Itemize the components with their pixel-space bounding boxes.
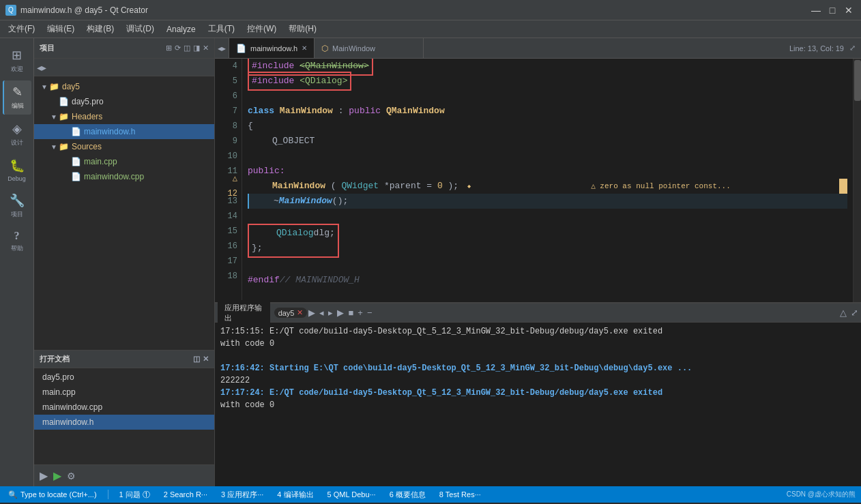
sync-icon[interactable]: ⟳ — [175, 44, 181, 53]
code-line-5: #include <QDialog> — [248, 74, 847, 89]
maximize-button[interactable]: □ — [826, 3, 839, 17]
menu-controls[interactable]: 控件(W) — [242, 22, 282, 36]
menu-build[interactable]: 构建(B) — [81, 22, 119, 36]
status-qml[interactable]: 5 QML Debu··· — [325, 490, 379, 499]
ln-18: 18 — [219, 269, 237, 284]
open-docs-icon-2[interactable]: ✕ — [203, 355, 209, 364]
sidebar-item-edit[interactable]: ✎ 编辑 — [3, 80, 31, 115]
status-issues[interactable]: 1 问题 ① — [117, 490, 153, 500]
tab-close-mainwindow-h[interactable]: ✕ — [302, 44, 307, 52]
open-doc-mainwindow-cpp[interactable]: mainwindow.cpp — [34, 400, 214, 415]
output-float[interactable]: ⤢ — [851, 308, 858, 318]
window-title: mainwindow.h @ day5 - Qt Creator — [20, 5, 148, 15]
play-green-button[interactable]: ▶ — [40, 469, 48, 482]
tree-item-main-cpp[interactable]: 📄 main.cpp — [34, 154, 214, 169]
nav-forward[interactable]: ▸ — [42, 62, 46, 73]
editor-scrollbar[interactable] — [853, 59, 861, 302]
position-info: Line: 13, Col: 19 — [789, 44, 844, 53]
open-docs-icon-1[interactable]: ◫ — [193, 355, 200, 364]
play-button[interactable]: ▶ — [53, 469, 61, 482]
welcome-icon: ⊞ — [12, 48, 22, 63]
output-play2[interactable]: ▶ — [337, 308, 344, 318]
output-run-icon[interactable]: ▶ — [308, 308, 315, 318]
menu-debug[interactable]: 调试(D) — [121, 22, 160, 36]
tree-arrow-day5: ▼ — [40, 83, 49, 91]
ln-4: 4 — [219, 59, 237, 74]
tab-icon-class: ⬡ — [321, 44, 328, 53]
close-tree-icon[interactable]: ✕ — [203, 44, 209, 53]
status-overview[interactable]: 6 概要信息 — [387, 490, 428, 500]
output-line-2: with code 0 — [220, 338, 856, 350]
code-line-16: }; — [252, 241, 335, 256]
status-search-results[interactable]: 2 Search R··· — [161, 490, 210, 499]
status-compile[interactable]: 4 编译输出 — [274, 490, 316, 500]
menu-file[interactable]: 文件(F) — [3, 22, 40, 36]
sidebar-item-design[interactable]: ◈ 设计 — [3, 117, 31, 151]
nav-back[interactable]: ◂ — [37, 62, 42, 73]
badge-close[interactable]: ✕ — [297, 308, 303, 317]
tab-mainwindow-h[interactable]: 📄 mainwindow.h ✕ — [229, 38, 315, 58]
tree-label-mainwindow-cpp: mainwindow.cpp — [84, 172, 144, 181]
code-content[interactable]: #include <QMainWindow> #include <QDialog… — [242, 59, 853, 302]
warning-marker — [839, 179, 847, 194]
file-tree-panel: 项目 ⊞ ⟳ ◫ ◨ ✕ ◂ ▸ ▼ 📁 day5 — [34, 38, 215, 486]
sidebar-item-project[interactable]: 🔧 项目 — [3, 189, 31, 223]
open-doc-main-cpp[interactable]: main.cpp — [34, 385, 214, 400]
warning-annotation: △ zero as null pointer const... — [591, 179, 731, 194]
output-remove[interactable]: − — [367, 308, 373, 318]
status-search[interactable]: 🔍 Type to locate (Ctrl+...) — [5, 490, 100, 499]
menu-tools[interactable]: 工具(T) — [203, 22, 240, 36]
output-nav-fwd[interactable]: ▸ — [328, 308, 333, 318]
expand-icon[interactable]: ◨ — [193, 44, 200, 53]
file-tree-header-icons: ⊞ ⟳ ◫ ◨ ✕ — [166, 44, 209, 53]
search-label: Type to locate (Ctrl+...) — [20, 490, 97, 499]
sidebar-item-help[interactable]: ? 帮助 — [3, 226, 31, 257]
tree-item-mainwindow-h[interactable]: 📄 mainwindow.h — [34, 124, 214, 139]
menu-edit[interactable]: 编辑(E) — [42, 22, 80, 36]
code-line-8: { — [248, 119, 847, 134]
cpp-icon-main: 📄 — [71, 157, 81, 166]
collapse-icon[interactable]: ◫ — [184, 44, 190, 53]
settings-button[interactable]: ⚙ — [67, 471, 76, 481]
filter-icon[interactable]: ⊞ — [166, 44, 172, 53]
playback-controls: ▶ ▶ ⚙ — [34, 464, 214, 486]
test-label: 8 Test Res··· — [439, 490, 481, 499]
tree-item-mainwindow-cpp[interactable]: 📄 mainwindow.cpp — [34, 169, 214, 184]
output-line-3 — [220, 350, 856, 362]
output-stop[interactable]: ■ — [348, 308, 353, 318]
output-nav-back[interactable]: ◂ — [319, 308, 324, 318]
open-doc-day5-pro[interactable]: day5.pro — [34, 370, 214, 385]
tree-item-day5-pro[interactable]: 📄 day5.pro — [34, 94, 214, 109]
output-expand[interactable]: △ — [840, 308, 847, 318]
tab-app-output[interactable]: 应用程序输出 — [218, 300, 270, 326]
app-output-badge: day5 ✕ — [274, 308, 308, 318]
status-app-output[interactable]: 3 应用程序··· — [218, 490, 266, 500]
close-button[interactable]: ✕ — [842, 3, 856, 17]
open-doc-mainwindow-h[interactable]: mainwindow.h — [34, 415, 214, 430]
design-icon: ◈ — [12, 121, 22, 136]
open-docs-title: 打开文档 — [40, 354, 70, 364]
output-add[interactable]: + — [357, 308, 363, 318]
sidebar-item-welcome[interactable]: ⊞ 欢迎 — [3, 44, 31, 78]
minimize-button[interactable]: — — [809, 3, 823, 17]
expand-icon-editor[interactable]: ⤢ — [849, 44, 856, 53]
editor-area: ◂ ▸ 📄 mainwindow.h ✕ ⬡ MainWindow Line: … — [215, 38, 861, 486]
folder-icon-day5: 📁 — [49, 82, 59, 91]
app-icon: Q — [5, 5, 16, 16]
editor-tabs: ◂ ▸ 📄 mainwindow.h ✕ ⬡ MainWindow Line: … — [215, 38, 861, 59]
csdn-watermark: CSDN @虚心求知的熊 — [787, 490, 856, 498]
tree-item-headers[interactable]: ▼ 📁 Headers — [34, 109, 214, 124]
menu-analyze[interactable]: Analyze — [161, 23, 201, 35]
overview-label: 6 概要信息 — [390, 490, 426, 500]
project-icon: 🔧 — [10, 193, 25, 208]
tab-nav-forward[interactable]: ▸ — [222, 44, 226, 53]
open-docs-panel: 打开文档 ◫ ✕ day5.pro main.cpp mainwindow.cp… — [34, 350, 214, 486]
scrollbar-thumb[interactable] — [854, 60, 861, 101]
tree-item-sources[interactable]: ▼ 📁 Sources — [34, 139, 214, 154]
status-bar: 🔍 Type to locate (Ctrl+...) 1 问题 ① 2 Sea… — [0, 486, 861, 503]
sidebar-item-debug[interactable]: 🐛 Debug — [3, 154, 31, 186]
tree-item-day5[interactable]: ▼ 📁 day5 — [34, 79, 214, 94]
status-test[interactable]: 8 Test Res··· — [437, 490, 484, 499]
menu-help[interactable]: 帮助(H) — [283, 22, 322, 36]
tab-mainwindow-class[interactable]: ⬡ MainWindow — [315, 38, 424, 58]
